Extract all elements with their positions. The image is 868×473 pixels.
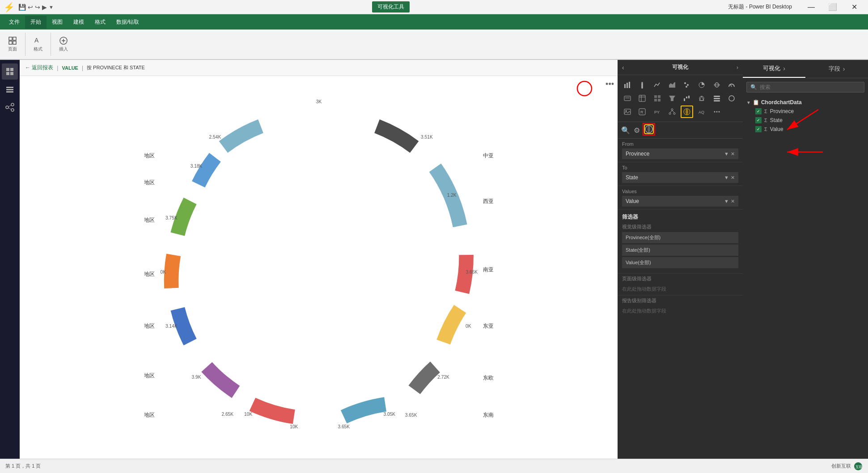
menu-format[interactable]: 格式 bbox=[89, 16, 111, 29]
svg-rect-42 bbox=[654, 99, 657, 101]
viz-icon-more[interactable] bbox=[711, 106, 723, 118]
dropdown-arrow[interactable]: ▼ bbox=[49, 4, 54, 10]
viz-tab-arrow[interactable]: › bbox=[783, 65, 785, 72]
viz-icon-blank[interactable] bbox=[725, 106, 738, 118]
viz-icon-map[interactable] bbox=[711, 79, 723, 91]
viz-icon-chord[interactable] bbox=[681, 106, 693, 118]
viz-icon-matrix[interactable] bbox=[651, 92, 664, 105]
from-dropdown[interactable]: ▼ bbox=[724, 151, 729, 157]
viz-icon-shape[interactable] bbox=[725, 92, 738, 105]
value-checkbox[interactable]: ✓ bbox=[755, 126, 762, 132]
more-options-btn[interactable]: ••• bbox=[605, 80, 614, 89]
viz-icon-table[interactable] bbox=[636, 92, 648, 105]
values-label: Values bbox=[622, 189, 738, 194]
tree-item-province[interactable]: ✓ Σ Provinece bbox=[746, 107, 864, 116]
viz-icon-img[interactable] bbox=[621, 106, 634, 118]
to-clear[interactable]: ✕ bbox=[731, 175, 735, 181]
back-button[interactable]: ← 返回报表 bbox=[25, 64, 53, 72]
tree-item-value[interactable]: ✓ Σ Value bbox=[746, 125, 864, 134]
viz-icon-custom[interactable]: R bbox=[636, 106, 648, 118]
minimize-btn[interactable]: — bbox=[801, 0, 821, 14]
menu-start[interactable]: 开始 bbox=[25, 16, 47, 29]
undo-btn[interactable]: ↩ bbox=[28, 4, 33, 11]
toolbar-format-btn[interactable]: A 格式 bbox=[29, 33, 47, 56]
fields-tab-arrow[interactable]: › bbox=[843, 65, 845, 72]
viz-icon-decomp[interactable] bbox=[666, 106, 678, 118]
viz-icon-line[interactable] bbox=[651, 79, 664, 91]
ribbon-tab-viz[interactable]: 可视化工具 bbox=[372, 1, 410, 13]
values-dropdown[interactable]: ▼ bbox=[724, 198, 729, 204]
menu-view[interactable]: 视图 bbox=[47, 16, 68, 29]
viz-filter-icon[interactable]: 🔍 bbox=[621, 126, 630, 135]
province-checkbox[interactable]: ✓ bbox=[755, 108, 762, 114]
svg-rect-14 bbox=[6, 91, 13, 93]
menu-file[interactable]: 文件 bbox=[4, 16, 25, 29]
sidebar-report-icon[interactable] bbox=[2, 63, 18, 80]
viz-icon-column[interactable] bbox=[636, 79, 648, 91]
label-southeastasia: 东南亚 bbox=[483, 412, 493, 418]
values-value[interactable]: Value ▼ ✕ bbox=[622, 196, 738, 207]
viz-icon-bar[interactable] bbox=[621, 79, 634, 91]
filter-state[interactable]: State(全部) bbox=[622, 245, 738, 256]
brand-icon: 互联 bbox=[854, 462, 863, 471]
page-filter-section: 页面级筛选器 在此处拖动数据字段 bbox=[618, 273, 743, 295]
tree-expand-arrow: ▼ bbox=[746, 100, 751, 105]
from-value[interactable]: Provinece ▼ ✕ bbox=[622, 148, 738, 159]
viz-icon-funnel[interactable] bbox=[666, 92, 678, 105]
sidebar-data-icon[interactable] bbox=[2, 81, 18, 97]
viz-highlighted-icon[interactable] bbox=[644, 124, 654, 136]
search-input[interactable] bbox=[760, 84, 860, 90]
run-btn[interactable]: ▶ bbox=[42, 4, 47, 11]
breadcrumb: ← 返回报表 | VALUE | 按 PROVINECE 和 STATE bbox=[20, 60, 618, 76]
viz-icon-pie[interactable] bbox=[695, 79, 708, 91]
filter-province[interactable]: Provinece(全部) bbox=[622, 232, 738, 243]
svg-rect-9 bbox=[10, 68, 13, 71]
filter-value[interactable]: Value(全部) bbox=[622, 257, 738, 268]
from-clear[interactable]: ✕ bbox=[731, 151, 735, 157]
viz-expand-icon[interactable]: ‹ bbox=[622, 64, 624, 71]
tree-group-header[interactable]: ▼ 📋 ChordchartData bbox=[746, 98, 864, 107]
svg-text:R: R bbox=[640, 110, 644, 114]
viz-icon-card[interactable] bbox=[621, 92, 634, 105]
viz-icon-scatter[interactable] bbox=[681, 79, 693, 91]
fields-search-box[interactable]: 🔍 bbox=[746, 82, 864, 93]
viz-icon-area[interactable] bbox=[666, 79, 678, 91]
state-type-icon: Σ bbox=[764, 118, 767, 123]
svg-marker-26 bbox=[669, 82, 675, 88]
viz-more-icon[interactable]: › bbox=[737, 64, 738, 71]
page-filter-label: 页面级筛选器 bbox=[622, 275, 738, 282]
province-type-icon: Σ bbox=[764, 109, 767, 114]
maximize-btn[interactable]: ⬜ bbox=[822, 0, 843, 14]
state-checkbox[interactable]: ✓ bbox=[755, 117, 762, 123]
viz-icon-slicer[interactable] bbox=[711, 92, 723, 105]
from-zone: From Provinece ▼ ✕ bbox=[618, 139, 743, 162]
svg-point-27 bbox=[684, 82, 686, 84]
toolbar-insert-btn[interactable]: 插入 bbox=[55, 33, 72, 56]
to-actions: ▼ ✕ bbox=[724, 175, 735, 181]
menu-model[interactable]: 建模 bbox=[68, 16, 89, 29]
svg-point-28 bbox=[687, 84, 689, 86]
sidebar-model-icon[interactable] bbox=[2, 99, 18, 115]
save-quick-btn[interactable]: 💾 bbox=[18, 4, 26, 11]
values-clear[interactable]: ✕ bbox=[731, 198, 735, 204]
redo-btn[interactable]: ↪ bbox=[35, 4, 40, 11]
to-value[interactable]: State ▼ ✕ bbox=[622, 172, 738, 183]
menu-data[interactable]: 数据/钻取 bbox=[111, 16, 144, 29]
toolbar-btn-1[interactable]: 页面 bbox=[4, 33, 21, 56]
to-dropdown[interactable]: ▼ bbox=[724, 175, 729, 181]
report-filter-section: 报告级别筛选器 在此处拖动数据字段 bbox=[618, 295, 743, 317]
viz-icon-aq[interactable]: AQ bbox=[695, 106, 708, 118]
tree-item-state[interactable]: ✓ Σ State bbox=[746, 116, 864, 125]
tab-viz[interactable]: 可视化 › bbox=[743, 60, 805, 78]
viz-icon-py[interactable]: PY bbox=[651, 106, 664, 118]
toolbar-sep-1 bbox=[25, 33, 25, 56]
close-btn[interactable]: ✕ bbox=[844, 0, 864, 14]
chart-container: ••• .chord { opacity: 0.6; } .arc-label … bbox=[20, 76, 618, 459]
label-southwest: 西南地区 bbox=[144, 372, 155, 379]
viz-icon-gauge[interactable] bbox=[725, 79, 738, 91]
viz-icon-waterfall[interactable] bbox=[681, 92, 693, 105]
viz-icon-rai[interactable] bbox=[695, 92, 708, 105]
tab-fields[interactable]: 字段 › bbox=[805, 60, 868, 78]
svg-rect-12 bbox=[6, 87, 13, 88]
viz-funnel-icon[interactable]: ⚙ bbox=[634, 126, 640, 135]
